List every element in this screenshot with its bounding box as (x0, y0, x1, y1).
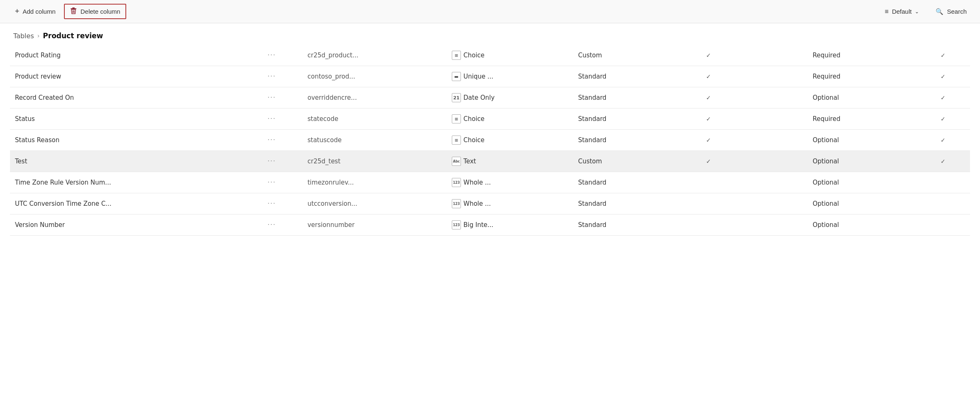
table-row[interactable]: Product Rating···cr25d_product...≡Choice… (10, 45, 970, 66)
check-icon: ✓ (941, 73, 946, 80)
plus-icon: + (15, 7, 20, 16)
row-options-dots[interactable]: ··· (262, 66, 302, 87)
requirement-level: Optional (808, 215, 916, 236)
check-icon: ✓ (706, 52, 711, 59)
data-type: ≡Choice (447, 130, 573, 151)
add-column-button[interactable]: + Add column (10, 5, 61, 18)
check-icon: ✓ (941, 94, 946, 101)
check-icon: ✓ (706, 116, 711, 122)
data-type: 123Whole ... (447, 172, 573, 193)
breadcrumb-parent[interactable]: Tables (13, 32, 34, 40)
type-icon: 21 (452, 93, 461, 102)
category: Custom (573, 45, 681, 66)
logical-name: statuscode (302, 130, 447, 151)
row-options-dots[interactable]: ··· (262, 215, 302, 236)
spacer-cell (735, 66, 808, 87)
svg-rect-1 (71, 8, 76, 9)
type-label: Date Only (463, 94, 495, 101)
table-row[interactable]: Test···cr25d_testAbcTextCustom✓Optional✓ (10, 151, 970, 172)
table-row[interactable]: Status···statecode≡ChoiceStandard✓Requir… (10, 108, 970, 130)
toolbar-right: ≡ Default ⌄ 🔍 Search (882, 6, 970, 17)
searchable-check: ✓ (681, 151, 735, 172)
logical-name: overriddencre... (302, 87, 447, 108)
type-icon: 123 (452, 178, 461, 187)
logical-name: timezonrulev... (302, 172, 447, 193)
requirement-level: Optional (808, 151, 916, 172)
searchable-check: ✓ (681, 45, 735, 66)
logical-name: utcconversion... (302, 193, 447, 215)
type-icon: Abc (452, 157, 461, 166)
requirement-level: Required (808, 108, 916, 130)
spacer-cell (735, 130, 808, 151)
breadcrumb-separator: › (37, 32, 40, 39)
column-name: Status (10, 108, 262, 130)
delete-column-label: Delete column (81, 8, 120, 15)
search-button[interactable]: 🔍 Search (932, 6, 970, 17)
searchable-check: ✓ (681, 108, 735, 130)
category: Standard (573, 108, 681, 130)
column-name: Product review (10, 66, 262, 87)
category: Standard (573, 193, 681, 215)
searchable-check: ✓ (681, 87, 735, 108)
category: Standard (573, 87, 681, 108)
auditing-check: ✓ (916, 87, 970, 108)
data-type: AbcText (447, 151, 573, 172)
requirement-level: Optional (808, 172, 916, 193)
requirement-level: Optional (808, 193, 916, 215)
spacer-cell (735, 151, 808, 172)
breadcrumb-current: Product review (43, 32, 103, 40)
delete-column-button[interactable]: Delete column (64, 4, 126, 19)
row-options-dots[interactable]: ··· (262, 130, 302, 151)
row-options-dots[interactable]: ··· (262, 172, 302, 193)
searchable-check: ✓ (681, 130, 735, 151)
type-icon: ≡ (452, 136, 461, 145)
lines-icon: ≡ (885, 8, 889, 15)
table-row[interactable]: Product review···contoso_prod...▬Unique … (10, 66, 970, 87)
check-icon: ✓ (706, 158, 711, 165)
toolbar-left: + Add column Delete column (10, 4, 882, 19)
auditing-check (916, 172, 970, 193)
spacer-cell (735, 172, 808, 193)
requirement-level: Optional (808, 130, 916, 151)
requirement-level: Required (808, 45, 916, 66)
row-options-dots[interactable]: ··· (262, 45, 302, 66)
column-name: Test (10, 151, 262, 172)
table-row[interactable]: Record Created On···overriddencre...21Da… (10, 87, 970, 108)
type-icon: ≡ (452, 51, 461, 60)
table-row[interactable]: Status Reason···statuscode≡ChoiceStandar… (10, 130, 970, 151)
default-view-button[interactable]: ≡ Default ⌄ (882, 6, 923, 17)
row-options-dots[interactable]: ··· (262, 151, 302, 172)
data-type: ≡Choice (447, 45, 573, 66)
row-options-dots[interactable]: ··· (262, 193, 302, 215)
category: Standard (573, 66, 681, 87)
data-type: 123Big Inte... (447, 215, 573, 236)
trash-icon (70, 7, 77, 16)
spacer-cell (735, 45, 808, 66)
auditing-check: ✓ (916, 108, 970, 130)
type-label: Whole ... (463, 200, 491, 207)
row-options-dots[interactable]: ··· (262, 87, 302, 108)
type-label: Text (463, 158, 476, 165)
auditing-check (916, 193, 970, 215)
add-column-label: Add column (23, 8, 56, 15)
columns-table: Product Rating···cr25d_product...≡Choice… (10, 45, 970, 236)
table-row[interactable]: Time Zone Rule Version Num...···timezonr… (10, 172, 970, 193)
searchable-check (681, 172, 735, 193)
type-label: Big Inte... (463, 221, 493, 229)
searchable-check (681, 215, 735, 236)
check-icon: ✓ (941, 116, 946, 122)
type-label: Choice (463, 115, 485, 123)
type-label: Whole ... (463, 179, 491, 186)
data-type: 123Whole ... (447, 193, 573, 215)
spacer-cell (735, 87, 808, 108)
column-name: Status Reason (10, 130, 262, 151)
requirement-level: Required (808, 66, 916, 87)
toolbar: + Add column Delete column ≡ Default ⌄ (0, 0, 980, 23)
category: Custom (573, 151, 681, 172)
table-row[interactable]: UTC Conversion Time Zone C...···utcconve… (10, 193, 970, 215)
table-row[interactable]: Version Number···versionnumber123Big Int… (10, 215, 970, 236)
auditing-check (916, 215, 970, 236)
category: Standard (573, 215, 681, 236)
spacer-cell (735, 108, 808, 130)
row-options-dots[interactable]: ··· (262, 108, 302, 130)
